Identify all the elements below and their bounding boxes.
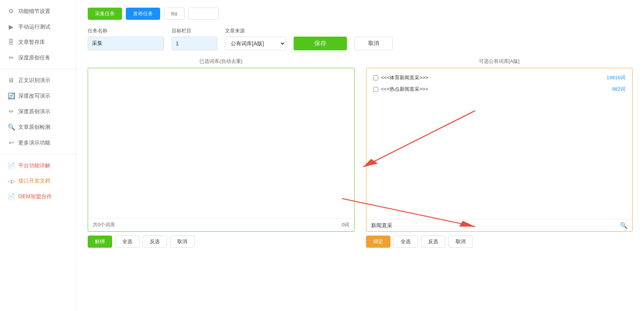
edit-icon: ✏ — [8, 54, 14, 61]
top-buttons-row: 采集任务 发布任务 Rit — [88, 8, 633, 20]
left-action-row: 解绑 全选 反选 取消 — [88, 236, 355, 248]
article-source-select[interactable]: 公有词库[A版] 私有词库 其他 — [225, 37, 286, 50]
sidebar-item-label: 手动运行测试 — [18, 24, 50, 30]
task-name-label: 任务名称 — [88, 27, 164, 34]
sidebar-item-deep-rewrite[interactable]: 🔄 深度改写演示 — [0, 88, 76, 103]
panel-item-1[interactable]: <<<热点新闻直采>>> 982词 — [370, 83, 629, 95]
form-row: 任务名称 目标栏目 文章来源 公有词库[A版] 私有词库 其他 保存 取消 — [88, 27, 633, 50]
sidebar-item-label: OEM加盟合作 — [18, 193, 52, 200]
edit2-icon: ✏ — [8, 108, 14, 115]
target-column-label: 目标栏目 — [172, 27, 217, 34]
sidebar-item-api-doc[interactable]: ◁▷ 接口开发文档 — [0, 174, 76, 188]
sidebar-item-label: 功能细节设置 — [18, 8, 50, 15]
panel-search-input[interactable] — [371, 223, 618, 229]
sidebar-item-label: 深度改写演示 — [18, 93, 50, 99]
sidebar-item-label: 平台功能详解 — [18, 162, 50, 169]
right-panel-box: <<<体育新闻直采>>> 19916词 <<<热点新闻直采>>> 982词 🔍 — [366, 68, 633, 232]
left-panel: 已选词库(自动去重) 共0个词库 0词 解绑 全选 反选 取消 — [88, 58, 355, 248]
sidebar-item-label: 更多演示功能 — [18, 139, 50, 146]
panel-item-count-1: 982词 — [612, 86, 625, 93]
select-all-left-button[interactable]: 全选 — [115, 236, 140, 248]
cancel-right-button[interactable]: 取消 — [448, 236, 473, 248]
refresh-icon: 🔄 — [8, 92, 14, 99]
left-panel-footer: 共0个词库 0词 — [88, 218, 354, 231]
select-all-right-button[interactable]: 全选 — [393, 236, 418, 248]
task-name-input[interactable] — [88, 37, 164, 50]
sidebar-item-platform-detail[interactable]: 📄 平台功能详解 — [0, 158, 76, 173]
monitor-icon: 🖥 — [8, 77, 14, 84]
sidebar-item-more-features[interactable]: ↩ 更多演示功能 — [0, 135, 76, 150]
sidebar-item-label: 深度原创任务 — [18, 55, 50, 61]
sidebar-item-article-draft[interactable]: 🗄 文章暂存库 — [0, 35, 76, 50]
right-panel-search-footer: 🔍 — [366, 219, 633, 231]
right-panel-content: <<<体育新闻直采>>> 19916词 <<<热点新闻直采>>> 982词 — [366, 68, 633, 219]
sidebar-item-label: 正文识别演示 — [18, 77, 50, 84]
sidebar-item-label: 接口开发文档 — [18, 178, 50, 184]
sidebar-item-deep-original[interactable]: ✏ 深度原创任务 — [0, 50, 76, 65]
tab-publish[interactable]: 发布任务 — [126, 8, 160, 20]
sidebar: ⚙ 功能细节设置 ▶ 手动运行测试 🗄 文章暂存库 ✏ 深度原创任务 🖥 正文识… — [0, 0, 76, 311]
sidebar-divider-2 — [0, 154, 76, 154]
target-column-group: 目标栏目 — [172, 27, 217, 50]
doc-icon: 📄 — [8, 162, 14, 169]
panels-wrapper: 已选词库(自动去重) 共0个词库 0词 解绑 全选 反选 取消 — [88, 58, 633, 248]
panel-item-checkbox-0[interactable] — [373, 75, 378, 80]
article-source-group: 文章来源 公有词库[A版] 私有词库 其他 — [225, 27, 286, 50]
right-action-row: 绑定 全选 反选 取消 — [366, 236, 633, 248]
invert-right-button[interactable]: 反选 — [421, 236, 445, 248]
gear-icon: ⚙ — [8, 8, 14, 15]
right-panel-title: 可选公有词库[A版] — [366, 58, 633, 65]
panel-item-count-0: 19916词 — [607, 74, 625, 81]
panel-item-checkbox-1[interactable] — [373, 87, 378, 92]
tab-rit[interactable]: Rit — [164, 8, 185, 20]
tab-collect[interactable]: 采集任务 — [88, 8, 122, 20]
panel-item-label-1: <<<热点新闻直采>>> — [381, 86, 609, 93]
sidebar-item-text-recognition[interactable]: 🖥 正文识别演示 — [0, 73, 76, 88]
main-content: 采集任务 发布任务 Rit 任务名称 目标栏目 文章来源 公有词库[A版] 私有… — [76, 0, 644, 311]
target-column-input[interactable] — [172, 37, 217, 50]
arrow-icon: ↩ — [8, 139, 14, 146]
left-panel-title: 已选词库(自动去重) — [88, 58, 355, 65]
sidebar-item-article-detection[interactable]: 🔍 文章原创检测 — [0, 120, 76, 135]
panel-item-label-0: <<<体育新闻直采>>> — [381, 74, 604, 81]
sidebar-item-label: 文章暂存库 — [18, 39, 45, 46]
play-icon: ▶ — [8, 23, 14, 30]
cancel-left-button[interactable]: 取消 — [170, 236, 194, 248]
right-panel: 可选公有词库[A版] <<<体育新闻直采>>> 19916词 <<<热点新闻直采… — [366, 58, 633, 248]
sidebar-item-function-settings[interactable]: ⚙ 功能细节设置 — [0, 4, 76, 19]
unbind-button[interactable]: 解绑 — [88, 236, 112, 248]
save-button[interactable]: 保存 — [294, 37, 347, 50]
doc2-icon: 📄 — [8, 193, 14, 200]
search-icon: 🔍 — [8, 123, 14, 131]
sidebar-item-oem-partner[interactable]: 📄 OEM加盟合作 — [0, 189, 76, 204]
sidebar-item-label: 文章原创检测 — [18, 124, 50, 131]
cancel-button[interactable]: 取消 — [355, 37, 393, 50]
left-panel-count: 共0个词库 — [93, 221, 115, 228]
tab-extra[interactable] — [188, 8, 219, 20]
left-panel-content — [88, 68, 354, 218]
database-icon: 🗄 — [8, 39, 14, 46]
bind-button[interactable]: 绑定 — [366, 236, 390, 248]
sidebar-divider-1 — [0, 69, 76, 69]
sidebar-item-label: 深度原创演示 — [18, 108, 50, 115]
left-panel-box: 共0个词库 0词 — [88, 68, 355, 232]
search-icon[interactable]: 🔍 — [620, 222, 628, 229]
panels-row: 已选词库(自动去重) 共0个词库 0词 解绑 全选 反选 取消 — [88, 58, 633, 248]
left-panel-words: 0词 — [342, 221, 349, 228]
sidebar-item-deep-original-demo[interactable]: ✏ 深度原创演示 — [0, 104, 76, 119]
code-icon: ◁▷ — [8, 178, 14, 184]
article-source-label: 文章来源 — [225, 27, 286, 34]
panel-item-0[interactable]: <<<体育新闻直采>>> 19916词 — [370, 72, 629, 83]
sidebar-item-manual-run[interactable]: ▶ 手动运行测试 — [0, 19, 76, 34]
invert-left-button[interactable]: 反选 — [143, 236, 167, 248]
task-name-group: 任务名称 — [88, 27, 164, 50]
